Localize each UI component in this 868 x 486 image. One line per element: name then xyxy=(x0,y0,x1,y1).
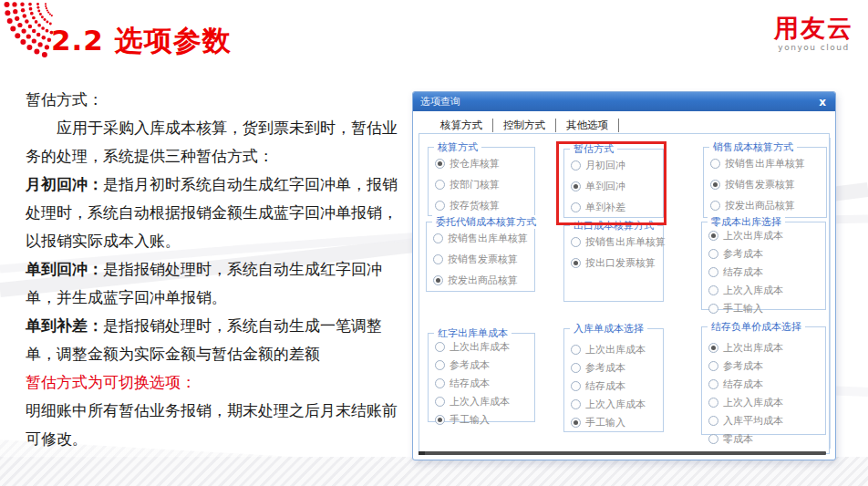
radio-icon[interactable] xyxy=(710,159,720,169)
radio-option[interactable]: 参考成本 xyxy=(708,359,825,373)
radio-icon[interactable] xyxy=(708,231,718,241)
radio-label: 上次出库成本 xyxy=(723,341,783,355)
radio-icon[interactable] xyxy=(708,416,718,426)
radio-option[interactable]: 按发出商品核算 xyxy=(710,199,826,212)
radio-icon[interactable] xyxy=(571,258,581,268)
radio-icon[interactable] xyxy=(708,267,718,277)
radio-icon[interactable] xyxy=(571,363,581,373)
radio-icon[interactable] xyxy=(571,418,581,428)
radio-option[interactable]: 入库平均成本 xyxy=(708,414,825,428)
radio-icon[interactable] xyxy=(708,343,718,353)
radio-icon[interactable] xyxy=(433,254,443,264)
radio-option[interactable]: 月初回冲 xyxy=(571,159,663,172)
radio-icon[interactable] xyxy=(708,434,718,444)
radio-option[interactable]: 按发出商品核算 xyxy=(433,274,534,287)
radio-option[interactable]: 按存货核算 xyxy=(435,199,534,212)
radio-icon[interactable] xyxy=(435,180,445,190)
radio-option[interactable]: 按仓库核算 xyxy=(435,157,534,171)
group-title: 核算方式 xyxy=(434,140,481,154)
radio-option[interactable]: 单到回冲 xyxy=(571,180,663,193)
radio-option[interactable]: 上次出库成本 xyxy=(571,343,663,357)
radio-icon[interactable] xyxy=(708,304,718,314)
radio-label: 按发出商品核算 xyxy=(725,199,795,212)
radio-icon[interactable] xyxy=(433,233,443,243)
radio-icon[interactable] xyxy=(435,415,445,425)
radio-option[interactable]: 结存成本 xyxy=(571,379,663,393)
close-icon[interactable]: x xyxy=(817,97,828,108)
radio-icon[interactable] xyxy=(710,180,720,190)
radio-icon[interactable] xyxy=(571,202,581,212)
tab-other-options[interactable]: 其他选项 xyxy=(557,119,617,132)
radio-icon[interactable] xyxy=(571,345,581,355)
radio-label: 上次入库成本 xyxy=(723,396,783,409)
radio-icon[interactable] xyxy=(571,181,581,191)
radio-option[interactable]: 上次出库成本 xyxy=(708,229,825,243)
radio-label: 上次出库成本 xyxy=(723,229,783,243)
text-paragraph-2: 月初回冲：是指月初时系统自动生成红字回冲单，报销处理时，系统自动根据报销金额生成… xyxy=(26,171,407,255)
radio-label: 按销售发票核算 xyxy=(725,178,795,191)
radio-option[interactable]: 结存成本 xyxy=(708,377,825,391)
tab-separator xyxy=(555,119,556,132)
radio-icon[interactable] xyxy=(435,360,445,370)
radio-icon[interactable] xyxy=(708,361,718,371)
radio-option[interactable]: 上次入库成本 xyxy=(571,398,663,411)
radio-option[interactable]: 上次入库成本 xyxy=(708,396,825,409)
radio-option[interactable]: 按销售发票核算 xyxy=(710,178,826,191)
radio-option[interactable]: 上次出库成本 xyxy=(708,341,825,355)
radio-icon[interactable] xyxy=(708,285,718,295)
radio-option[interactable]: 按销售发票核算 xyxy=(433,253,534,266)
radio-option[interactable]: 按出口发票核算 xyxy=(571,256,663,270)
radio-label: 按出口发票核算 xyxy=(585,256,656,270)
radio-icon[interactable] xyxy=(708,249,718,259)
radio-label: 单到回冲 xyxy=(585,180,625,193)
logo-brand-text: 用友云 xyxy=(774,15,853,42)
radio-option[interactable]: 参考成本 xyxy=(435,358,534,372)
radio-option[interactable]: 结存成本 xyxy=(435,377,534,390)
radio-icon[interactable] xyxy=(433,275,443,285)
options-dialog: 选项查询 x 核算方式 控制方式 其他选项 核算方式 按仓库核算 按部门核算 按… xyxy=(412,91,836,460)
radio-option[interactable]: 按销售出库单核算 xyxy=(433,232,534,245)
radio-option[interactable]: 上次入库成本 xyxy=(435,395,534,408)
radio-icon[interactable] xyxy=(435,397,445,407)
radio-label: 按销售出库单核算 xyxy=(585,235,666,249)
dialog-titlebar[interactable]: 选项查询 x xyxy=(413,92,835,111)
radio-label: 手工输入 xyxy=(450,413,490,427)
tab-accounting-method[interactable]: 核算方式 xyxy=(431,119,491,132)
radio-icon[interactable] xyxy=(571,237,581,247)
radio-icon[interactable] xyxy=(571,381,581,391)
radio-option[interactable]: 单到补差 xyxy=(571,201,663,214)
text-heading: 暂估方式： xyxy=(26,86,407,114)
radio-option[interactable]: 按销售出库单核算 xyxy=(710,157,826,171)
radio-option[interactable]: 上次出库成本 xyxy=(435,340,534,354)
vertical-scrollbar[interactable] xyxy=(830,138,831,449)
term-monthly-offset: 月初回冲： xyxy=(26,175,103,193)
radio-option[interactable]: 手工输入 xyxy=(708,302,825,315)
radio-option[interactable]: 手工输入 xyxy=(435,413,534,427)
radio-icon[interactable] xyxy=(435,201,445,211)
radio-icon[interactable] xyxy=(435,342,445,352)
radio-option[interactable]: 手工输入 xyxy=(571,416,663,429)
group-consignment-cost-method: 委托代销成本核算方式 按销售出库单核算 按销售发票核算 按发出商品核算 xyxy=(426,222,535,292)
radio-option[interactable]: 上次入库成本 xyxy=(708,284,825,297)
group-zero-cost-outbound: 零成本出库选择 上次出库成本 参考成本 结存成本 上次入库成本 手工输入 xyxy=(701,222,826,310)
radio-label: 结存成本 xyxy=(585,379,625,393)
radio-icon[interactable] xyxy=(435,159,445,169)
radio-icon[interactable] xyxy=(710,201,720,211)
radio-option[interactable]: 按部门核算 xyxy=(435,178,534,191)
horizontal-scrollbar[interactable] xyxy=(419,451,826,455)
radio-option[interactable]: 零成本 xyxy=(708,432,825,446)
radio-option[interactable]: 按销售出库单核算 xyxy=(571,235,663,249)
radio-icon[interactable] xyxy=(571,160,581,171)
radio-option[interactable]: 参考成本 xyxy=(571,361,663,375)
tab-control-method[interactable]: 控制方式 xyxy=(494,119,554,132)
text-paragraph-5: 明细账中所有暂估业务报销，期末处理之后月末结账前可修改。 xyxy=(26,397,407,453)
radio-option[interactable]: 结存成本 xyxy=(708,265,825,279)
radio-label: 参考成本 xyxy=(723,247,763,261)
radio-icon[interactable] xyxy=(708,398,718,408)
radio-label: 结存成本 xyxy=(450,377,490,390)
radio-option[interactable]: 参考成本 xyxy=(708,247,825,261)
radio-icon[interactable] xyxy=(571,399,581,409)
radio-icon[interactable] xyxy=(435,378,445,388)
radio-label: 按发出商品核算 xyxy=(448,274,518,287)
radio-icon[interactable] xyxy=(708,379,718,389)
